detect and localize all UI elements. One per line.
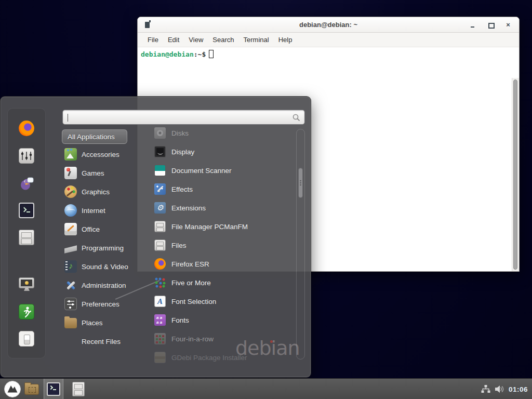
- font-selection-icon: [154, 296, 166, 307]
- control-center-icon[interactable]: [19, 148, 34, 164]
- four-in-a-row-icon: [154, 333, 166, 344]
- system-tray: 01:06: [481, 379, 532, 399]
- terminal-window-title: debian@debian: ~: [138, 21, 519, 29]
- pidgin-icon[interactable]: [19, 175, 34, 191]
- firefox-esr-icon: [154, 258, 166, 270]
- administration-icon: [64, 279, 77, 291]
- text-caret: [68, 114, 68, 122]
- app-fonts[interactable]: Fonts: [148, 311, 295, 329]
- maximize-button[interactable]: [487, 21, 494, 29]
- five-or-more-icon: [154, 277, 166, 288]
- effects-icon: [154, 183, 166, 195]
- desktop-folder-button[interactable]: [23, 379, 41, 399]
- menu-scrollbar[interactable]: [296, 129, 305, 360]
- application-list: Disks Display Document Scanner Effects E…: [148, 124, 295, 367]
- app-display[interactable]: Display: [148, 142, 295, 161]
- category-programming[interactable]: Programming: [62, 238, 148, 257]
- menu-scrollbar-thumb[interactable]: [298, 168, 303, 198]
- games-icon: [64, 167, 77, 179]
- terminal-icon[interactable]: [19, 203, 34, 218]
- office-icon: [64, 223, 77, 235]
- terminal-menubar: File Edit View Search Terminal Help: [138, 33, 519, 47]
- category-sound-video[interactable]: Sound & Video: [62, 257, 148, 276]
- app-gdebi-package-installer[interactable]: GDebi Package Installer: [148, 348, 295, 367]
- menu-logo-icon: [4, 380, 21, 398]
- search-input[interactable]: [62, 110, 305, 125]
- category-recent-files[interactable]: Recent Files: [62, 332, 148, 351]
- terminal-scrollbar-thumb[interactable]: [513, 79, 517, 270]
- app-file-manager-pcmanfm[interactable]: File Manager PCManFM: [148, 217, 295, 236]
- app-font-selection[interactable]: Font Selection: [148, 292, 295, 311]
- app-four-in-a-row[interactable]: Four-in-a-row: [148, 329, 295, 348]
- document-scanner-icon: [154, 165, 166, 176]
- terminal-task-icon: [47, 382, 60, 396]
- app-firefox-esr[interactable]: Firefox ESR: [148, 255, 295, 273]
- internet-icon: [64, 204, 77, 217]
- close-button[interactable]: ×: [504, 21, 512, 29]
- preferences-icon: [64, 298, 77, 310]
- file-manager-icon[interactable]: [19, 230, 34, 245]
- taskbar: 01:06: [0, 378, 532, 399]
- log-out-icon[interactable]: [19, 304, 34, 320]
- file-manager-pcmanfm-icon: [154, 221, 166, 232]
- gdebi-icon: [154, 352, 166, 363]
- app-files[interactable]: Files: [148, 236, 295, 255]
- sound-video-icon: [64, 260, 77, 273]
- volume-icon[interactable]: [495, 385, 504, 393]
- terminal-cursor: [209, 50, 214, 58]
- prompt-suffix: :~$: [194, 50, 206, 58]
- category-administration[interactable]: Administration: [62, 276, 148, 295]
- minimize-button[interactable]: [469, 21, 476, 29]
- menu-terminal[interactable]: Terminal: [239, 36, 274, 44]
- places-icon: [64, 318, 77, 328]
- menu-file[interactable]: File: [143, 36, 163, 44]
- network-icon[interactable]: [481, 385, 490, 393]
- menu-search[interactable]: Search: [208, 36, 238, 44]
- category-preferences[interactable]: Preferences: [62, 295, 148, 313]
- terminal-task-button[interactable]: [44, 379, 63, 399]
- category-accessories[interactable]: Accessories: [62, 145, 148, 164]
- category-all-applications[interactable]: All Applications: [62, 129, 127, 144]
- desktop-folder-icon: [24, 384, 39, 395]
- shell-prompt: debian@debian:~$: [141, 50, 214, 58]
- application-menu: debian: [0, 96, 311, 378]
- files-task-icon: [72, 382, 85, 396]
- accessories-icon: [64, 148, 77, 161]
- lock-screen-icon[interactable]: [19, 277, 34, 288]
- disks-icon: [154, 127, 166, 139]
- category-places[interactable]: Places: [62, 313, 148, 332]
- files-icon: [154, 240, 166, 251]
- extensions-icon: [154, 202, 166, 214]
- empty-icon-slot: [64, 335, 77, 348]
- menu-edit[interactable]: Edit: [163, 36, 184, 44]
- app-effects[interactable]: Effects: [148, 180, 295, 198]
- menu-help[interactable]: Help: [274, 36, 297, 44]
- category-list: Accessories Games Graphics Internet Offi…: [62, 145, 148, 351]
- shut-down-icon[interactable]: [19, 331, 34, 347]
- category-games[interactable]: Games: [62, 164, 148, 182]
- clock[interactable]: 01:06: [509, 385, 528, 393]
- category-graphics[interactable]: Graphics: [62, 182, 148, 201]
- app-extensions[interactable]: Extensions: [148, 198, 295, 217]
- files-task-button[interactable]: [70, 379, 87, 399]
- programming-icon: [64, 242, 77, 254]
- app-disks[interactable]: Disks: [148, 124, 295, 142]
- category-office[interactable]: Office: [62, 220, 148, 238]
- fonts-icon: [154, 314, 166, 326]
- app-document-scanner[interactable]: Document Scanner: [148, 161, 295, 180]
- search-icon: [292, 113, 300, 122]
- terminal-titlebar[interactable]: debian@debian: ~ ×: [138, 17, 519, 33]
- prompt-user-host: debian@debian: [141, 50, 194, 58]
- menu-view[interactable]: View: [184, 36, 208, 44]
- selected-category-label: All Applications: [68, 133, 115, 141]
- graphics-icon: [64, 185, 77, 198]
- category-internet[interactable]: Internet: [62, 201, 148, 220]
- menu-button[interactable]: [3, 379, 22, 399]
- display-icon: [154, 146, 166, 157]
- firefox-icon[interactable]: [19, 121, 34, 136]
- app-five-or-more[interactable]: Five or More: [148, 273, 295, 292]
- terminal-scrollbar[interactable]: [512, 78, 519, 271]
- favorites-column: [7, 108, 46, 358]
